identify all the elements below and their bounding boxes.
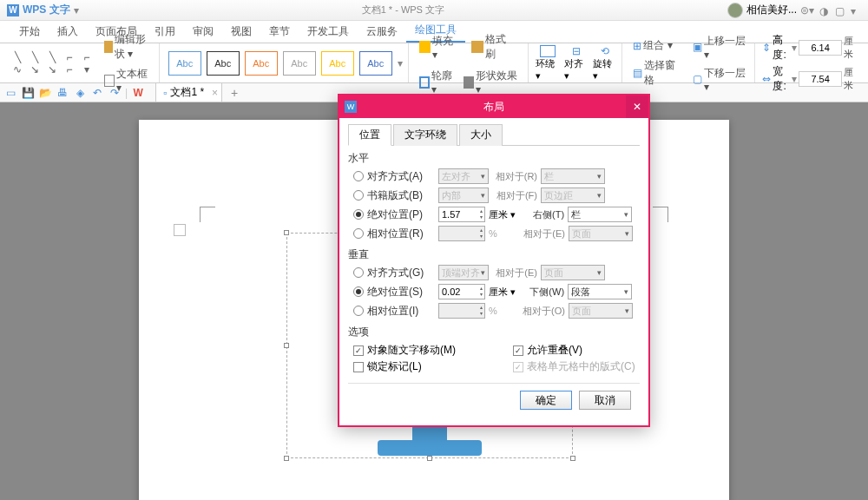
menu-devtools[interactable]: 开发工具 xyxy=(299,21,358,43)
shape-arrow1-icon[interactable]: ↘ xyxy=(28,64,42,75)
shape-line-icon[interactable]: ╲ xyxy=(10,52,24,62)
dialog-title-bar[interactable]: W 布局 ✕ xyxy=(339,95,648,118)
h-align-combo[interactable]: 左对齐 xyxy=(438,168,489,184)
h-rel-rel-combo[interactable]: 页面 xyxy=(569,226,633,241)
handle-ml[interactable] xyxy=(284,343,289,348)
rotate-button[interactable]: 旋转 ▾ xyxy=(593,57,616,82)
fill-button[interactable]: 填充 ▾格式刷 xyxy=(416,29,523,65)
h-book-rel-combo[interactable]: 页边距 xyxy=(541,188,605,203)
shape-effects-button[interactable]: 形状效果 ▾ xyxy=(460,67,523,97)
v-align-combo[interactable]: 顶端对齐 xyxy=(438,265,489,280)
opt-move-with-text[interactable]: ✓对象随文字移动(M) xyxy=(353,343,456,358)
h-abs-input[interactable]: 1.57 xyxy=(438,207,485,222)
doc-tab-icon: ▫ xyxy=(163,87,167,99)
menu-chapter[interactable]: 章节 xyxy=(260,21,299,43)
maximize-icon[interactable]: ▢ xyxy=(835,5,845,16)
h-rel-input[interactable] xyxy=(438,226,485,241)
h-book-radio[interactable] xyxy=(353,190,364,201)
close-icon[interactable]: ▾ xyxy=(851,5,861,16)
wps-icon[interactable]: W xyxy=(131,86,145,100)
app-name: WPS 文字 xyxy=(23,3,70,17)
shape-conn-icon[interactable]: ⌐ xyxy=(62,52,76,62)
preset-more-icon[interactable]: ▾ xyxy=(398,57,403,69)
new-tab-button[interactable]: + xyxy=(231,86,238,100)
menu-review[interactable]: 审阅 xyxy=(184,21,222,43)
shape-more-icon[interactable]: ▾ xyxy=(80,64,94,75)
h-abs-rel-combo[interactable]: 栏 xyxy=(568,207,632,222)
handle-bl[interactable] xyxy=(284,456,289,461)
shape-curve-icon[interactable]: ∿ xyxy=(10,64,24,75)
h-align-radio[interactable] xyxy=(353,171,364,181)
shape-line3-icon[interactable]: ╲ xyxy=(45,52,59,62)
v-abs-input[interactable]: 0.02 xyxy=(438,284,485,299)
preset-1[interactable]: Abc xyxy=(168,51,201,76)
height-input[interactable] xyxy=(799,40,842,56)
h-abs-radio[interactable] xyxy=(353,209,364,220)
preset-3[interactable]: Abc xyxy=(245,51,278,76)
preset-5[interactable]: Abc xyxy=(321,51,354,76)
user-dropdown-icon[interactable]: ⊜▾ xyxy=(800,4,814,16)
tab-wrap[interactable]: 文字环绕 xyxy=(393,124,457,146)
menu-cloud[interactable]: 云服务 xyxy=(358,21,406,43)
h-align-rel-label: 相对于(R) xyxy=(492,170,537,183)
group-button[interactable]: ⊞组合 ▾ xyxy=(629,36,682,55)
h-abs-rel-label: 右侧(T) xyxy=(519,208,564,221)
h-align-rel-combo[interactable]: 栏 xyxy=(541,168,605,184)
edit-shape-button[interactable]: 编辑形状 ▾ xyxy=(101,30,154,63)
cancel-button[interactable]: 取消 xyxy=(579,391,631,410)
shape-elbow-icon[interactable]: ⌐ xyxy=(62,64,76,75)
open-icon[interactable]: 📂 xyxy=(38,86,52,100)
shape-line2-icon[interactable]: ╲ xyxy=(28,52,42,62)
ok-button[interactable]: 确定 xyxy=(520,391,572,410)
preview-icon[interactable]: ◈ xyxy=(73,86,87,100)
format-painter-button[interactable]: 格式刷 xyxy=(468,30,519,63)
v-align-rel-label: 相对于(E) xyxy=(492,266,537,280)
v-align-radio[interactable] xyxy=(353,267,364,278)
dialog-close-button[interactable]: ✕ xyxy=(626,95,648,118)
preset-2[interactable]: Abc xyxy=(207,51,240,76)
shape-arrow2-icon[interactable]: ↘ xyxy=(45,64,59,75)
shape-conn2-icon[interactable]: ⌐ xyxy=(80,52,94,62)
v-rel-input[interactable] xyxy=(438,303,485,319)
wrap-button[interactable]: 环绕 ▾ xyxy=(536,57,559,82)
outline-button[interactable]: 轮廓 ▾ xyxy=(416,67,460,97)
opt-allow-overlap[interactable]: ✓允许重叠(V) xyxy=(513,343,635,358)
undo-icon[interactable]: ↶ xyxy=(90,86,104,100)
v-abs-rel-label: 下侧(W) xyxy=(519,286,564,299)
handle-tl[interactable] xyxy=(284,230,289,235)
menu-view[interactable]: 视图 xyxy=(222,21,260,43)
send-backward-button[interactable]: ▢下移一层 ▾ xyxy=(689,64,749,95)
align-button[interactable]: 对齐 ▾ xyxy=(564,57,588,82)
shapes-gallery[interactable]: ╲ ╲ ╲ ⌐ ⌐ ∿ ↘ ↘ ⌐ ▾ xyxy=(10,52,95,75)
width-input[interactable] xyxy=(799,71,842,87)
preset-6[interactable]: Abc xyxy=(359,51,392,76)
user-area[interactable]: 相信美好... ⊜▾ xyxy=(727,3,814,18)
document-tab[interactable]: ▫ 文档1 * × xyxy=(155,82,222,102)
bring-forward-button[interactable]: ▣上移一层 ▾ xyxy=(689,32,749,62)
save-icon[interactable]: 💾 xyxy=(21,86,35,100)
h-rel-radio[interactable] xyxy=(353,228,364,239)
print-icon[interactable]: 🖶 xyxy=(56,86,69,100)
h-abs-row: 绝对位置(P) 1.57 厘米 ▾ 右侧(T) 栏 xyxy=(353,206,640,223)
tab-position[interactable]: 位置 xyxy=(348,124,391,146)
v-rel-radio[interactable] xyxy=(353,306,364,316)
handle-bm[interactable] xyxy=(427,456,432,461)
v-rel-rel-combo[interactable]: 页面 xyxy=(569,303,633,319)
opt-lock-anchor[interactable]: 锁定标记(L) xyxy=(353,359,456,374)
menu-start[interactable]: 开始 xyxy=(10,21,49,43)
menu-insert[interactable]: 插入 xyxy=(49,21,87,43)
h-abs-unit[interactable]: 厘米 ▾ xyxy=(489,208,516,221)
preset-4[interactable]: Abc xyxy=(283,51,316,76)
selection-pane-button[interactable]: ▤选择窗格 xyxy=(629,56,682,89)
handle-br[interactable] xyxy=(570,456,575,461)
tab-size[interactable]: 大小 xyxy=(459,124,503,146)
v-abs-unit[interactable]: 厘米 ▾ xyxy=(489,286,516,299)
v-abs-radio[interactable] xyxy=(353,286,364,297)
doc-tab-close-icon[interactable]: × xyxy=(212,87,218,99)
minimize-icon[interactable]: ◑ xyxy=(819,5,830,16)
redo-icon[interactable]: ↷ xyxy=(108,86,122,100)
v-abs-rel-combo[interactable]: 段落 xyxy=(568,284,632,299)
v-align-rel-combo[interactable]: 页面 xyxy=(541,265,605,280)
h-book-combo[interactable]: 内部 xyxy=(438,188,489,203)
new-icon[interactable]: ▭ xyxy=(3,86,17,100)
